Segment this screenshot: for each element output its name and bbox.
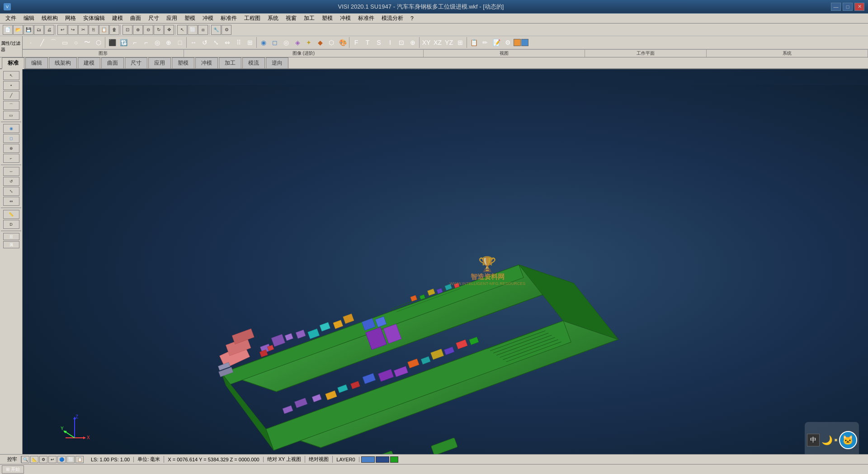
sidebar-curve[interactable]: ⌒ (3, 101, 19, 110)
menu-modeling[interactable]: 建模 (108, 14, 127, 23)
texture-tool[interactable]: ⬡ (326, 37, 337, 48)
properties-button[interactable]: 🔧 (211, 25, 221, 35)
tab-edit[interactable]: 编辑 (25, 57, 48, 68)
menu-apply[interactable]: 应用 (163, 14, 181, 23)
tab-plastic[interactable]: 塑模 (172, 57, 194, 68)
cut-button[interactable]: ✂ (78, 25, 88, 35)
tab-punch[interactable]: 冲模 (195, 57, 218, 68)
zoom-out-button[interactable]: ⊖ (143, 25, 153, 35)
sidebar-mirror[interactable]: ⇔ (3, 197, 19, 206)
tab-dimension[interactable]: 尺寸 (125, 57, 147, 68)
iso-view[interactable]: I (385, 37, 396, 48)
pan-button[interactable]: ✥ (164, 25, 174, 35)
select-all-button[interactable]: ⧈ (198, 25, 208, 35)
spline-tool[interactable]: 〜 (82, 37, 93, 48)
tab-reverse[interactable]: 逆向 (266, 57, 288, 68)
sidebar-line[interactable]: ╱ (3, 91, 19, 100)
revolve-tool[interactable]: 🔃 (118, 37, 129, 48)
copy-button[interactable]: ⎘ (89, 25, 99, 35)
menu-dimension[interactable]: 尺寸 (145, 14, 163, 23)
fillet-tool[interactable]: ⌐ (129, 37, 140, 48)
extrude-tool[interactable]: ⬛ (107, 37, 118, 48)
menu-file[interactable]: 文件 (2, 14, 20, 23)
minimize-button[interactable]: — (831, 3, 841, 11)
render-tool[interactable]: ◈ (292, 37, 303, 48)
tab-modeling[interactable]: 建模 (78, 57, 100, 68)
status-icon-1[interactable]: 🔍 (21, 456, 29, 463)
menu-surface[interactable]: 曲面 (127, 14, 145, 23)
sidebar-rotate[interactable]: ↺ (3, 177, 19, 186)
status-icon-7[interactable]: 📋 (75, 456, 84, 463)
material-tool[interactable]: ◆ (315, 37, 326, 48)
rotate-3d-tool[interactable]: ↺ (199, 37, 210, 48)
menu-plastic2[interactable]: 塑模 (318, 14, 336, 23)
front-view[interactable]: F (351, 37, 362, 48)
save-all-button[interactable]: 🗂 (34, 25, 44, 35)
menu-solid-edit[interactable]: 实体编辑 (80, 14, 108, 23)
sidebar-measure[interactable]: 📏 (3, 210, 19, 219)
color-swatch-2[interactable] (521, 39, 528, 46)
sidebar-rect[interactable]: ▭ (3, 111, 19, 120)
menu-wireframe[interactable]: 线框构 (38, 14, 61, 23)
sidebar-point[interactable]: • (3, 81, 19, 90)
settings-button[interactable]: ⚙ (222, 25, 231, 35)
undo-button[interactable]: ↩ (57, 25, 67, 35)
menu-help[interactable]: ? (407, 14, 417, 23)
redo-button[interactable]: ↪ (68, 25, 78, 35)
workplane-xz[interactable]: XZ (432, 37, 443, 48)
zoom-region-view[interactable]: ⊕ (407, 37, 418, 48)
maximize-button[interactable]: □ (843, 3, 853, 11)
script-tool[interactable]: 📝 (491, 37, 502, 48)
hidden-line-tool[interactable]: ◎ (281, 37, 292, 48)
sidebar-attr-btn[interactable]: 属 (3, 241, 19, 248)
workplane-xy[interactable]: XY (421, 37, 432, 48)
status-icon-3[interactable]: ⚙ (39, 456, 47, 463)
viewport[interactable]: Z X Y 🏆 智造资料网 WWW.INTELLIGENT-MFG.RESOUR… (23, 69, 868, 472)
rotate-button[interactable]: ↻ (154, 25, 164, 35)
tab-wireframe[interactable]: 线架构 (49, 57, 77, 68)
circle-tool[interactable]: ○ (71, 37, 81, 48)
point-tool[interactable]: · (25, 37, 36, 48)
line-tool[interactable]: ╱ (37, 37, 47, 48)
new-button[interactable]: 📄 (3, 25, 13, 35)
status-icon-5[interactable]: 🔵 (57, 456, 66, 463)
menu-engineering[interactable]: 工程图 (241, 14, 264, 23)
status-icon-4[interactable]: ↩ (48, 456, 57, 463)
delete-button[interactable]: 🗑 (109, 25, 119, 35)
menu-plastic[interactable]: 塑模 (181, 14, 199, 23)
select-box-button[interactable]: ⬜ (188, 25, 198, 35)
fit-all-view[interactable]: ⊡ (396, 37, 407, 48)
array-tool[interactable]: ⠿ (233, 37, 244, 48)
tab-standard[interactable]: 标准 (2, 57, 24, 69)
workplane-yz[interactable]: YZ (443, 37, 454, 48)
sidebar-layer-btn[interactable]: 层 (3, 233, 19, 240)
menu-edit[interactable]: 编辑 (20, 14, 38, 23)
top-view[interactable]: T (362, 37, 373, 48)
menu-punch2[interactable]: 冲模 (336, 14, 354, 23)
paste-button[interactable]: 📋 (99, 25, 109, 35)
tab-machining[interactable]: 加工 (219, 57, 241, 68)
zoom-in-button[interactable]: ⊕ (133, 25, 143, 35)
arc-tool[interactable]: ⌒ (48, 37, 59, 48)
sidebar-dim[interactable]: D (3, 220, 19, 229)
menu-machining[interactable]: 加工 (300, 14, 318, 23)
status-icon-2[interactable]: 📐 (30, 456, 38, 463)
print-button[interactable]: 🖨 (44, 25, 54, 35)
side-view[interactable]: S (373, 37, 384, 48)
hole-tool[interactable]: ◎ (152, 37, 163, 48)
status-icon-6[interactable]: ⬜ (66, 456, 75, 463)
close-button[interactable]: ✕ (854, 3, 864, 11)
color-tool[interactable]: 🎨 (337, 37, 348, 48)
light-tool[interactable]: ✦ (303, 37, 314, 48)
tab-flow[interactable]: 模流 (242, 57, 265, 68)
macro-tool[interactable]: ⚙ (502, 37, 513, 48)
menu-system[interactable]: 系统 (264, 14, 282, 23)
move-tool[interactable]: ↔ (188, 37, 199, 48)
save-button[interactable]: 💾 (24, 25, 33, 35)
shell-tool[interactable]: □ (175, 37, 185, 48)
sidebar-surface[interactable]: ◻ (3, 134, 19, 143)
sidebar-scale[interactable]: ⤡ (3, 187, 19, 196)
menu-std-parts2[interactable]: 标准件 (354, 14, 378, 23)
align-tool[interactable]: ⊞ (245, 37, 255, 48)
rect-tool[interactable]: ▭ (59, 37, 70, 48)
